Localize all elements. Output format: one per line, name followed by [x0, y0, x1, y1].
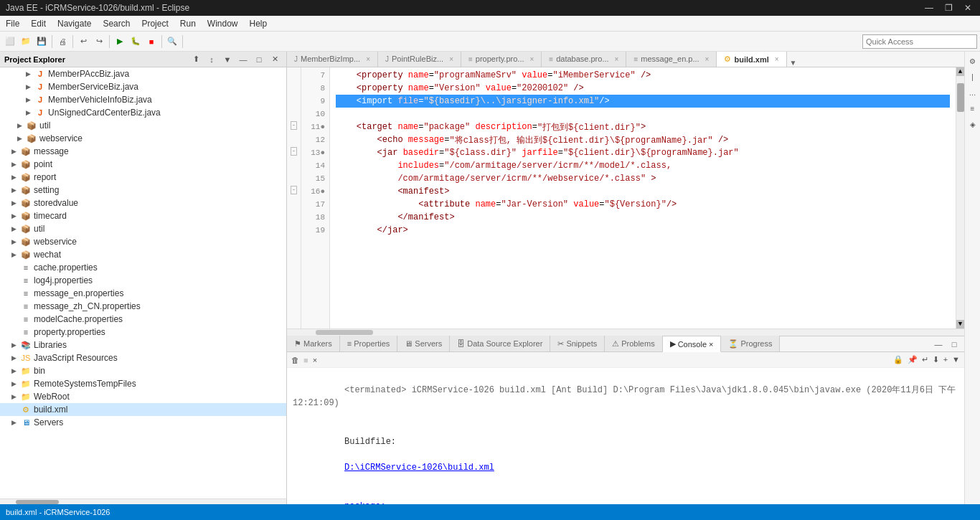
- tab-messageen[interactable]: ≡ message_en.p... ×: [626, 52, 717, 67]
- close-tab-2[interactable]: ×: [530, 55, 534, 63]
- menu-window[interactable]: Window: [202, 17, 244, 30]
- toolbar-open[interactable]: 📁: [19, 34, 33, 49]
- tab-pointrulebiz[interactable]: J PointRuleBiz... ×: [378, 52, 461, 67]
- code-content[interactable]: <property name="programNameSrv" value="i…: [330, 67, 956, 328]
- menu-help[interactable]: Help: [244, 17, 273, 30]
- maximize-button[interactable]: ❐: [942, 3, 956, 13]
- tree-item-23[interactable]: ▶📁bin: [0, 364, 286, 377]
- fold-13[interactable]: -: [291, 147, 297, 156]
- toolbar-undo[interactable]: ↩: [76, 34, 90, 49]
- sidebar-sync[interactable]: ↕: [204, 52, 219, 67]
- console-word-wrap[interactable]: ↵: [920, 355, 930, 364]
- console-clear[interactable]: 🗑: [290, 356, 301, 364]
- toolbar-print[interactable]: 🖨: [55, 34, 70, 49]
- tree-item-24[interactable]: ▶📁RemoteSystemsTempFiles: [0, 377, 286, 390]
- sidebar-menu[interactable]: ▼: [220, 52, 235, 67]
- sidebar-minimize[interactable]: —: [236, 52, 250, 67]
- tab-buildxml[interactable]: ⚙ build.xml ×: [717, 52, 786, 67]
- tree-item-4[interactable]: ▶📦util: [0, 119, 286, 132]
- tree-item-11[interactable]: ▶📦timecard: [0, 209, 286, 222]
- close-tab-5[interactable]: ×: [775, 55, 779, 63]
- tree-item-21[interactable]: ▶📚Libraries: [0, 339, 286, 351]
- tree-item-5[interactable]: ▶📦webservice: [0, 132, 286, 145]
- sidebar-maximize[interactable]: □: [252, 52, 266, 67]
- sidebar-scrollbar[interactable]: [0, 498, 286, 504]
- editor-hscrollbar[interactable]: [287, 328, 964, 336]
- close-tab-1[interactable]: ×: [449, 55, 453, 63]
- tree-item-8[interactable]: ▶📦report: [0, 171, 286, 184]
- tree-item-22[interactable]: ▶JSJavaScript Resources: [0, 351, 286, 364]
- right-btn-5[interactable]: ◈: [966, 118, 979, 131]
- right-btn-4[interactable]: ≡: [966, 102, 979, 115]
- tab-servers[interactable]: 🖥 Servers: [397, 336, 450, 351]
- close-button[interactable]: ✕: [961, 3, 974, 13]
- toolbar-run[interactable]: ▶: [113, 34, 127, 49]
- right-btn-3[interactable]: …: [966, 86, 979, 99]
- close-tab-3[interactable]: ×: [615, 55, 619, 63]
- editor-tab-menu[interactable]: ▼: [790, 59, 797, 67]
- menu-edit[interactable]: Edit: [25, 17, 52, 30]
- menu-navigate[interactable]: Navigate: [52, 17, 97, 30]
- tree-item-1[interactable]: ▶JMemberServiceBiz.java: [0, 80, 286, 93]
- minimize-button[interactable]: —: [922, 3, 936, 13]
- fold-11[interactable]: -: [291, 121, 297, 130]
- scroll-track[interactable]: [956, 76, 964, 320]
- bottom-minimize[interactable]: —: [931, 337, 946, 351]
- tree-item-19[interactable]: ≡modelCache.properties: [0, 313, 286, 326]
- console-close[interactable]: ×: [311, 356, 319, 364]
- toolbar-debug[interactable]: 🐛: [128, 34, 143, 49]
- tab-console[interactable]: ▶ Console ×: [663, 336, 722, 352]
- tab-snippets[interactable]: ✂ Snippets: [550, 336, 605, 351]
- tree-item-12[interactable]: ▶📦util: [0, 222, 286, 235]
- tab-markers[interactable]: ⚑ Markers: [287, 336, 340, 351]
- tree-item-16[interactable]: ≡log4j.properties: [0, 274, 286, 287]
- tree-item-15[interactable]: ≡cache.properties: [0, 261, 286, 274]
- menu-search[interactable]: Search: [97, 17, 136, 30]
- tree-item-9[interactable]: ▶📦setting: [0, 184, 286, 197]
- tree-item-26[interactable]: ⚙build.xml: [0, 403, 286, 416]
- console-pin[interactable]: 📌: [906, 355, 919, 364]
- tree-item-14[interactable]: ▶📦wechat: [0, 248, 286, 261]
- toolbar-stop[interactable]: ■: [144, 34, 159, 49]
- toolbar-search[interactable]: 🔍: [165, 34, 179, 49]
- sidebar-collapse[interactable]: ⬆: [189, 52, 203, 67]
- tree-item-20[interactable]: ≡property.properties: [0, 326, 286, 339]
- console-lock[interactable]: 🔒: [892, 355, 905, 364]
- buildfile-link[interactable]: D:\iCRMService-1026\build.xml: [344, 463, 494, 473]
- menu-project[interactable]: Project: [136, 17, 174, 30]
- editor-vscrollbar[interactable]: ▲ ▼: [956, 67, 964, 328]
- quick-access-input[interactable]: [862, 34, 977, 49]
- tab-datasource[interactable]: 🗄 Data Source Explorer: [450, 336, 550, 351]
- toolbar-new[interactable]: ⬜: [3, 34, 17, 49]
- bottom-maximize[interactable]: □: [947, 337, 961, 351]
- console-menu[interactable]: ▼: [951, 355, 961, 364]
- scroll-thumb[interactable]: [957, 83, 964, 112]
- window-controls[interactable]: — ❐ ✕: [922, 3, 974, 13]
- console-stop[interactable]: ■: [302, 356, 310, 364]
- tab-properties[interactable]: ≡ Properties: [340, 336, 398, 351]
- tab-databasepro[interactable]: ≡ database.pro... ×: [542, 52, 626, 67]
- tab-propertypro[interactable]: ≡ property.pro... ×: [461, 52, 542, 67]
- scroll-down[interactable]: ▼: [956, 320, 964, 328]
- toolbar-redo[interactable]: ↪: [92, 34, 106, 49]
- close-console-tab[interactable]: ×: [709, 340, 713, 349]
- right-btn-2[interactable]: |: [966, 70, 979, 83]
- tree-item-27[interactable]: ▶🖥Servers: [0, 416, 286, 429]
- tab-problems[interactable]: ⚠ Problems: [605, 336, 662, 351]
- menu-run[interactable]: Run: [174, 17, 202, 30]
- menu-file[interactable]: File: [0, 17, 25, 30]
- console-scroll-end[interactable]: ⬇: [931, 355, 941, 364]
- toolbar-save[interactable]: 💾: [34, 34, 49, 49]
- tree-item-2[interactable]: ▶JMemberVehicleInfoBiz.java: [0, 93, 286, 106]
- tree-item-25[interactable]: ▶📁WebRoot: [0, 390, 286, 403]
- scroll-up[interactable]: ▲: [956, 67, 964, 76]
- fold-16[interactable]: -: [291, 186, 297, 194]
- tree-item-18[interactable]: ≡message_zh_CN.properties: [0, 300, 286, 313]
- tab-memberbizimpl[interactable]: J MemberBizImp... ×: [287, 52, 378, 67]
- sidebar-close[interactable]: ✕: [268, 52, 282, 67]
- close-tab-0[interactable]: ×: [366, 55, 370, 63]
- tree-item-10[interactable]: ▶📦storedvalue: [0, 197, 286, 209]
- close-tab-4[interactable]: ×: [705, 55, 710, 63]
- tab-progress[interactable]: ⏳ Progress: [721, 336, 780, 351]
- tree-item-3[interactable]: ▶JUnSignedCardCenterBiz.java: [0, 106, 286, 119]
